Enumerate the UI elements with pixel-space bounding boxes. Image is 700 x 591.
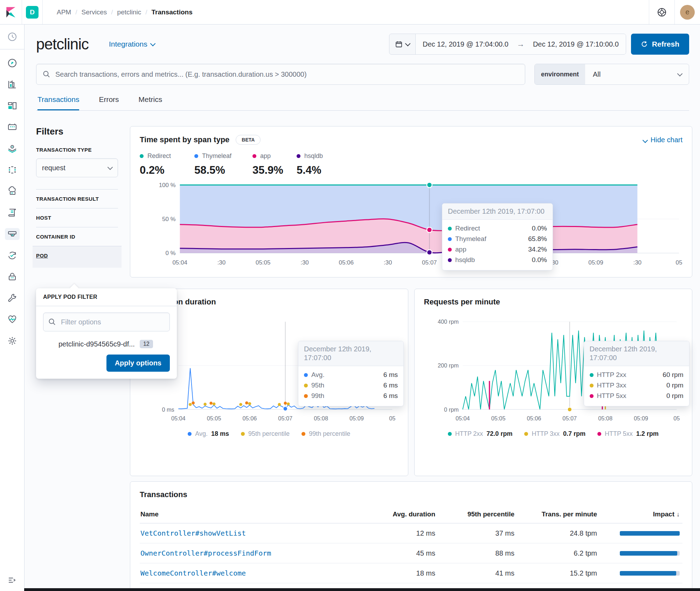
svg-text:05:04: 05:04 — [171, 415, 186, 422]
pod-filter-input[interactable] — [60, 318, 165, 327]
column-header-tpm[interactable]: Trans. per minute — [517, 506, 600, 523]
pod-popup-title: APPLY POD FILTER — [36, 288, 177, 306]
uptime-icon[interactable] — [5, 249, 20, 261]
date-start[interactable]: Dec 12, 2019 @ 17:04:00.0 — [416, 34, 515, 54]
user-menu[interactable]: e — [674, 0, 700, 24]
integrations-dropdown[interactable]: Integrations — [109, 40, 155, 48]
legend-item-redirect[interactable]: Redirect 0.2% — [140, 152, 178, 177]
avg-dot-icon — [304, 373, 308, 377]
dev-tools-icon[interactable] — [5, 292, 20, 304]
help-button[interactable] — [649, 0, 674, 24]
transaction-type-select[interactable]: request — [36, 158, 118, 177]
legend-value: 58.5% — [194, 164, 236, 177]
legend-item-hsqldb[interactable]: hsqldb 5.4% — [297, 152, 323, 177]
legend-item-http2xx[interactable]: HTTP 2xx72.0 rpm — [448, 430, 513, 438]
http3xx-dot-icon — [590, 384, 594, 387]
canvas-icon[interactable] — [5, 121, 20, 133]
search-icon — [48, 318, 56, 326]
legend-item-thymeleaf[interactable]: Thymeleaf 58.5% — [194, 152, 236, 177]
legend-item-95th[interactable]: 95th percentile — [241, 430, 290, 438]
charts-column: Time spent by span type BETA Hide chart … — [130, 126, 692, 591]
metrics-infrastructure-icon[interactable] — [5, 185, 20, 197]
search-input[interactable] — [55, 70, 519, 79]
siem-icon[interactable] — [5, 271, 20, 283]
pod-option-label: petclinic-d954565c9-df... — [58, 340, 135, 348]
pod-filter-popover: APPLY POD FILTER petclinic-d954565c9-df.… — [36, 288, 177, 379]
svg-text:05:09: 05:09 — [349, 415, 364, 422]
transactions-table-title: Transactions — [140, 490, 682, 499]
recently-viewed-clock-icon[interactable] — [5, 31, 20, 43]
legend-item-http3xx[interactable]: HTTP 3xx0.7 rpm — [524, 430, 585, 438]
span-type-area-chart[interactable]: 100 %50 %0 %05:04:3005:05:3005:06:3005:0… — [140, 181, 682, 269]
duration-chart-tooltip: December 12th 2019,17:07:00 Avg.6 ms 95t… — [298, 341, 404, 406]
svg-text::30: :30 — [300, 259, 309, 266]
svg-text:05: 05 — [389, 415, 395, 422]
column-header-95th[interactable]: 95th percentile — [438, 506, 517, 523]
apm-icon[interactable] — [5, 228, 20, 240]
svg-text:05:07: 05:07 — [422, 259, 437, 266]
p95-cell: 37 ms — [438, 523, 517, 543]
stack-monitoring-icon[interactable] — [5, 314, 20, 325]
transaction-link[interactable]: VetController#showVetList — [140, 529, 246, 537]
filter-host[interactable]: HOST — [36, 208, 118, 227]
tab-errors[interactable]: Errors — [99, 95, 119, 110]
svg-text:05:04: 05:04 — [172, 259, 187, 266]
discover-compass-icon[interactable] — [5, 57, 20, 69]
filter-pod[interactable]: POD — [33, 246, 122, 268]
pod-filter-search[interactable] — [43, 312, 170, 331]
hide-chart-link[interactable]: Hide chart — [643, 136, 682, 144]
svg-text:05:08: 05:08 — [314, 415, 328, 422]
svg-text:05:04: 05:04 — [455, 415, 470, 422]
legend-item-http5xx[interactable]: HTTP 5xx1.2 rpm — [597, 430, 659, 438]
dashboard-icon[interactable] — [5, 100, 20, 112]
visualize-chart-icon[interactable] — [5, 78, 20, 90]
search-bar[interactable] — [36, 64, 525, 85]
http2xx-dot-icon — [448, 432, 452, 436]
environment-select[interactable]: environment All — [534, 64, 689, 85]
chevron-down-icon — [150, 41, 155, 46]
logs-icon[interactable] — [5, 207, 20, 219]
column-header-avg-duration[interactable]: Avg. duration — [362, 506, 438, 523]
refresh-label: Refresh — [652, 40, 679, 48]
breadcrumb-services[interactable]: Services — [81, 8, 107, 16]
legend-item-99th[interactable]: 99th percentile — [302, 430, 350, 438]
environment-label: environment — [535, 64, 585, 84]
table-row: VetController#showVetList 12 ms 37 ms 24… — [140, 523, 682, 543]
avg-dot-icon — [188, 432, 192, 436]
svg-text:05: 05 — [676, 259, 682, 266]
apply-options-button[interactable]: Apply options — [106, 355, 170, 372]
tab-transactions[interactable]: Transactions — [37, 95, 79, 110]
svg-text:0 ms: 0 ms — [162, 406, 174, 413]
legend-value: 5.4% — [297, 164, 323, 177]
collapse-menu-icon[interactable] — [5, 574, 20, 586]
avatar[interactable]: e — [680, 5, 695, 20]
transaction-link[interactable]: WelcomeController#welcome — [140, 569, 246, 577]
management-gear-icon[interactable] — [5, 335, 20, 347]
svg-text::30: :30 — [633, 259, 642, 266]
filter-transaction-result[interactable]: TRANSACTION RESULT — [36, 189, 118, 208]
refresh-button[interactable]: Refresh — [631, 34, 689, 55]
filter-container-id[interactable]: CONTAINER ID — [36, 227, 118, 246]
breadcrumb-petclinic[interactable]: petclinic — [117, 8, 141, 16]
transaction-link[interactable]: OwnerController#processFindForm — [140, 549, 271, 557]
kibana-logo[interactable] — [0, 0, 22, 24]
svg-text:05:08: 05:08 — [598, 415, 612, 422]
legend-item-app[interactable]: app 35.9% — [252, 152, 280, 177]
app-dot-icon — [448, 248, 452, 252]
column-header-impact[interactable]: Impact↓ — [600, 506, 682, 523]
machine-learning-icon[interactable] — [5, 164, 20, 176]
beta-badge: BETA — [236, 135, 261, 145]
pod-option[interactable]: petclinic-d954565c9-df... 12 — [43, 340, 170, 348]
date-end[interactable]: Dec 12, 2019 @ 17:10:00.0 — [526, 34, 626, 54]
legend-item-avg[interactable]: Avg.18 ms — [188, 430, 229, 438]
tab-metrics[interactable]: Metrics — [139, 95, 162, 110]
thymeleaf-dot-icon — [194, 154, 198, 158]
maps-icon[interactable] — [5, 143, 20, 154]
space-switcher[interactable]: D — [22, 0, 43, 24]
breadcrumb-apm[interactable]: APM — [57, 8, 71, 16]
tab-bar: Transactions Errors Metrics — [36, 95, 689, 111]
space-badge[interactable]: D — [26, 6, 39, 19]
transactions-table-panel: Transactions Name Avg. duration 95th per… — [130, 481, 692, 591]
column-header-name[interactable]: Name — [140, 506, 362, 523]
date-picker-calendar-button[interactable] — [389, 34, 416, 54]
